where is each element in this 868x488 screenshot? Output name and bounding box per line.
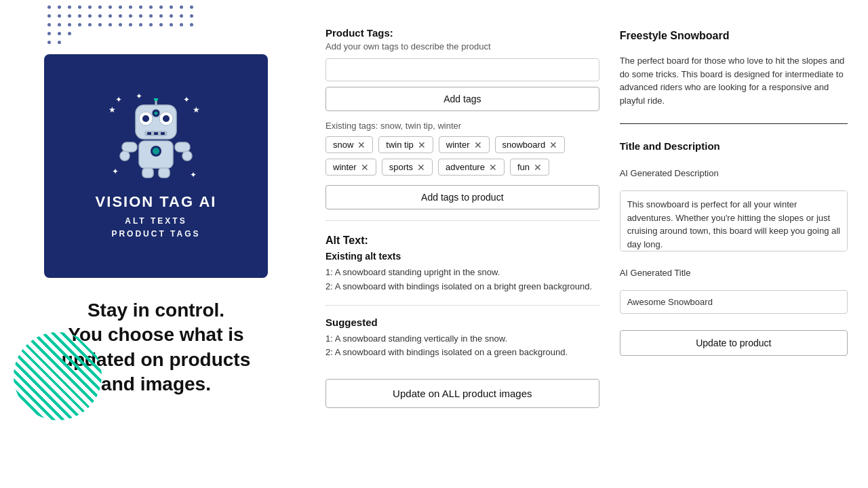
divider-2 xyxy=(326,305,599,306)
tag-winter-1: winter ✕ xyxy=(439,136,490,153)
svg-rect-10 xyxy=(154,132,158,135)
ai-title-input[interactable] xyxy=(620,290,848,314)
brand-card: ✦ ✦ ✦ ★ ★ ✦ ✦ xyxy=(44,54,268,278)
brand-subtitle: ALT TEXTS PRODUCT TAGS xyxy=(111,215,200,241)
svg-rect-11 xyxy=(161,132,165,135)
svg-point-5 xyxy=(142,115,149,122)
update-product-button[interactable]: Update to product xyxy=(620,330,848,356)
star-icon: ★ xyxy=(108,105,116,115)
star-icon: ✦ xyxy=(183,95,190,104)
existing-alt-title: Existing alt texts xyxy=(326,251,599,262)
suggested-title: Suggested xyxy=(326,317,599,328)
svg-point-18 xyxy=(182,151,192,161)
robot-illustration: ✦ ✦ ✦ ★ ★ ✦ ✦ xyxy=(108,92,203,186)
tag-close-winter-2[interactable]: ✕ xyxy=(361,163,369,172)
svg-point-6 xyxy=(163,115,170,122)
alt-text-title: Alt Text: xyxy=(326,235,599,247)
svg-point-14 xyxy=(153,148,159,155)
middle-panel: Product Tags: Add your own tags to descr… xyxy=(326,27,599,474)
ai-desc-textarea[interactable]: This snowboard is perfect for all your w… xyxy=(620,190,848,251)
divider-1 xyxy=(326,220,599,221)
star-icon: ★ xyxy=(193,105,200,115)
star-icon: ✦ xyxy=(112,167,119,176)
right-content: Product Tags: Add your own tags to descr… xyxy=(312,0,868,488)
tag-close-twin-tip[interactable]: ✕ xyxy=(418,140,426,150)
title-desc-title: Title and Description xyxy=(620,140,848,152)
add-tags-to-product-button[interactable]: Add tags to product xyxy=(326,185,599,209)
tag-adventure: adventure ✕ xyxy=(438,159,505,176)
product-description: The perfect board for those who love to … xyxy=(620,54,848,107)
tag-winter-2: winter ✕ xyxy=(326,159,376,176)
tag-input[interactable] xyxy=(326,58,599,81)
suggested-alt-item-2: 2: A snowboard with bindings isolated on… xyxy=(326,346,599,360)
tag-close-snow[interactable]: ✕ xyxy=(357,140,366,150)
tag-close-snowboard[interactable]: ✕ xyxy=(549,140,557,150)
suggested-alt-content: 1: A snowboard standing vertically in th… xyxy=(326,332,599,361)
tag-snow: snow ✕ xyxy=(326,136,373,153)
divider-dark xyxy=(620,123,848,124)
tag-snowboard: snowboard ✕ xyxy=(495,136,566,153)
tag-sports: sports ✕ xyxy=(382,159,433,176)
tag-twin-tip: twin tip ✕ xyxy=(378,136,433,153)
left-panel: ✦ ✦ ✦ ★ ★ ✦ ✦ xyxy=(0,0,312,488)
ai-title-label: AI Generated Title xyxy=(620,268,848,278)
svg-point-17 xyxy=(120,151,130,161)
existing-tags-label: Existing tags: snow, twin tip, winter xyxy=(326,121,599,131)
brand-title: VISION TAG AI xyxy=(96,193,217,211)
star-icon: ✦ xyxy=(115,95,122,104)
existing-alt-item-2: 2: A snowboard with bindings isolated on… xyxy=(326,280,599,294)
product-tags-description: Add your own tags to describe the produc… xyxy=(326,41,599,52)
tag-close-adventure[interactable]: ✕ xyxy=(489,163,497,172)
update-all-button[interactable]: Update on ALL product images xyxy=(326,379,599,408)
svg-rect-16 xyxy=(175,142,190,152)
tag-close-sports[interactable]: ✕ xyxy=(417,163,425,172)
add-tags-button[interactable]: Add tags xyxy=(326,87,599,111)
dot-decoration xyxy=(47,5,193,49)
svg-rect-19 xyxy=(142,168,153,178)
product-tags-section: Product Tags: Add your own tags to descr… xyxy=(326,27,599,209)
existing-alt-content: 1: A snowboard standing upright in the s… xyxy=(326,266,599,294)
tag-close-fun[interactable]: ✕ xyxy=(534,163,542,172)
existing-alt-item-1: 1: A snowboard standing upright in the s… xyxy=(326,266,599,280)
tag-close-winter-1[interactable]: ✕ xyxy=(474,140,482,150)
svg-rect-15 xyxy=(122,142,137,152)
green-circle-decoration xyxy=(14,332,102,420)
product-tags-title: Product Tags: xyxy=(326,27,599,39)
tags-container: snow ✕ twin tip ✕ winter ✕ snowboard ✕ w… xyxy=(326,136,599,176)
ai-desc-label: AI Generated Description xyxy=(620,168,848,178)
suggested-alt-item-1: 1: A snowboard standing vertically in th… xyxy=(326,332,599,346)
alt-text-section: Alt Text: Existing alt texts 1: A snowbo… xyxy=(326,235,599,408)
star-icon: ✦ xyxy=(190,170,197,180)
svg-rect-9 xyxy=(147,132,151,135)
svg-point-2 xyxy=(154,98,158,101)
product-title: Freestyle Snowboard xyxy=(620,30,848,42)
svg-rect-20 xyxy=(159,168,170,178)
right-panel: Freestyle Snowboard The perfect board fo… xyxy=(620,27,848,474)
tag-fun: fun ✕ xyxy=(510,159,549,176)
star-icon: ✦ xyxy=(136,92,142,101)
robot-svg xyxy=(119,98,193,180)
